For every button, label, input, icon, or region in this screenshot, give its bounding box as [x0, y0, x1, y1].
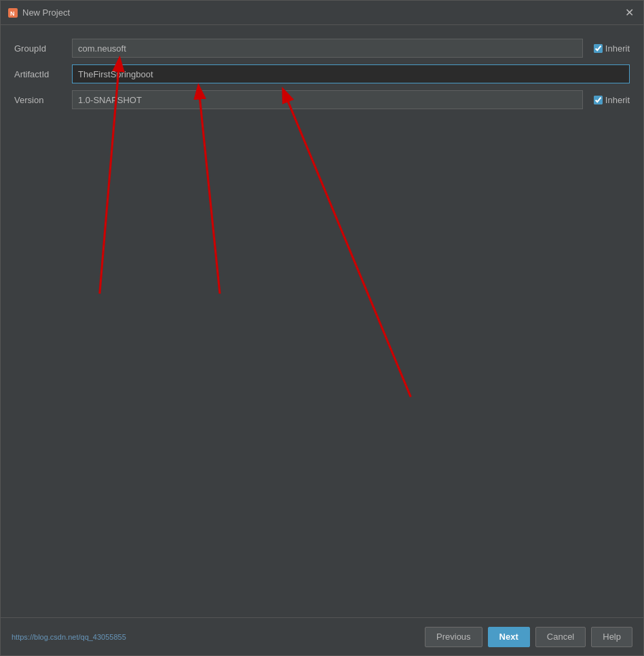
footer-url[interactable]: https://blog.csdn.net/qq_43055855 — [12, 633, 126, 641]
groupid-row: GroupId Inherit — [14, 39, 630, 58]
artifactid-row: ArtifactId — [14, 64, 630, 83]
version-label: Version — [14, 95, 72, 105]
previous-button[interactable]: Previous — [425, 627, 482, 647]
version-input-wrapper: Inherit — [72, 90, 630, 109]
groupid-input-wrapper: Inherit — [72, 39, 630, 58]
version-inherit-label: Inherit — [605, 95, 630, 105]
svg-line-4 — [199, 87, 220, 294]
bottom-bar: https://blog.csdn.net/qq_43055855 Previo… — [1, 617, 643, 655]
svg-line-5 — [284, 90, 411, 397]
title-bar-left: N New Project — [7, 7, 70, 18]
groupid-label: GroupId — [14, 43, 72, 54]
artifactid-input-wrapper — [72, 64, 630, 83]
groupid-inherit-checkbox[interactable] — [594, 44, 603, 53]
dialog-title: New Project — [22, 7, 70, 18]
version-inherit-checkbox[interactable] — [594, 96, 603, 104]
arrows-overlay — [1, 25, 643, 617]
artifactid-label: ArtifactId — [14, 69, 72, 79]
next-button[interactable]: Next — [488, 627, 530, 647]
version-inherit-wrapper: Inherit — [594, 95, 630, 105]
version-row: Version Inherit — [14, 90, 630, 109]
app-icon: N — [7, 7, 18, 18]
groupid-inherit-wrapper: Inherit — [594, 43, 630, 54]
help-button[interactable]: Help — [591, 627, 632, 647]
content-area: GroupId Inherit ArtifactId Version — [1, 25, 643, 617]
groupid-inherit-label: Inherit — [605, 43, 630, 54]
artifactid-input[interactable] — [72, 64, 630, 83]
title-bar: N New Project ✕ — [1, 1, 643, 25]
dialog-window: N New Project ✕ GroupId Inherit Artifact… — [0, 0, 644, 656]
svg-text:N: N — [10, 10, 15, 17]
cancel-button[interactable]: Cancel — [535, 627, 586, 647]
groupid-input[interactable] — [72, 39, 583, 58]
bottom-buttons: Previous Next Cancel Help — [425, 627, 632, 647]
version-input[interactable] — [72, 90, 583, 109]
close-button[interactable]: ✕ — [622, 5, 637, 20]
